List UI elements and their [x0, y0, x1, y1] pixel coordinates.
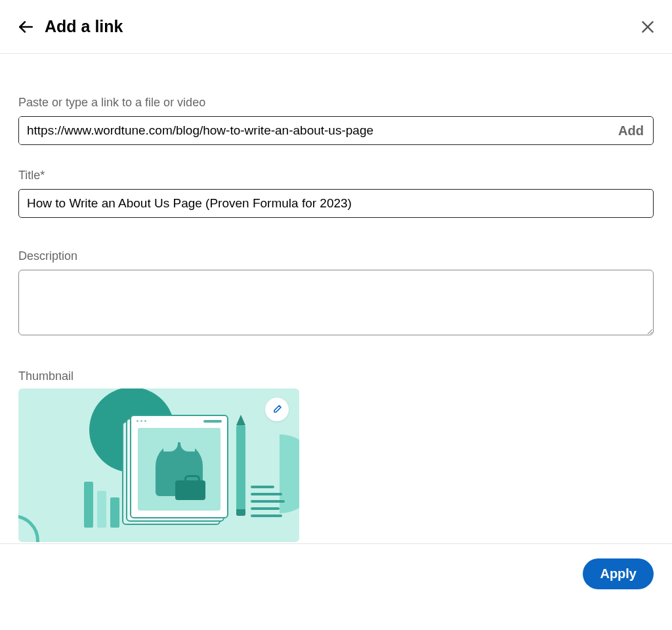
back-arrow-icon[interactable]: [16, 18, 35, 35]
thumbnail-preview: [18, 388, 299, 542]
thumb-card-stack: [122, 415, 227, 525]
link-input[interactable]: [19, 117, 609, 144]
modal-header: Add a link: [0, 0, 672, 54]
thumbnail-section: Thumbnail: [18, 369, 654, 542]
thumb-arc-decor: [18, 514, 39, 542]
edit-thumbnail-button[interactable]: [265, 398, 289, 421]
link-label: Paste or type a link to a file or video: [18, 96, 654, 110]
apply-button[interactable]: Apply: [583, 558, 654, 589]
link-input-wrap: Add: [18, 116, 654, 145]
description-input[interactable]: [18, 270, 654, 335]
thumb-lines-decor: [251, 486, 285, 517]
title-label: Title*: [18, 169, 654, 182]
add-button[interactable]: Add: [609, 117, 653, 144]
form-content: Paste or type a link to a file or video …: [0, 54, 672, 542]
description-field: Description: [18, 249, 654, 338]
modal-footer: Apply: [0, 543, 672, 604]
close-icon[interactable]: [639, 18, 656, 35]
description-label: Description: [18, 249, 654, 263]
title-field: Title*: [18, 169, 654, 218]
page-title: Add a link: [45, 17, 123, 36]
thumbnail-label: Thumbnail: [18, 369, 654, 383]
thumb-pencil-decor: [236, 425, 245, 516]
header-left: Add a link: [16, 17, 123, 36]
link-field: Paste or type a link to a file or video …: [18, 96, 654, 145]
thumb-bars-decor: [84, 482, 119, 528]
title-input[interactable]: [18, 189, 654, 218]
